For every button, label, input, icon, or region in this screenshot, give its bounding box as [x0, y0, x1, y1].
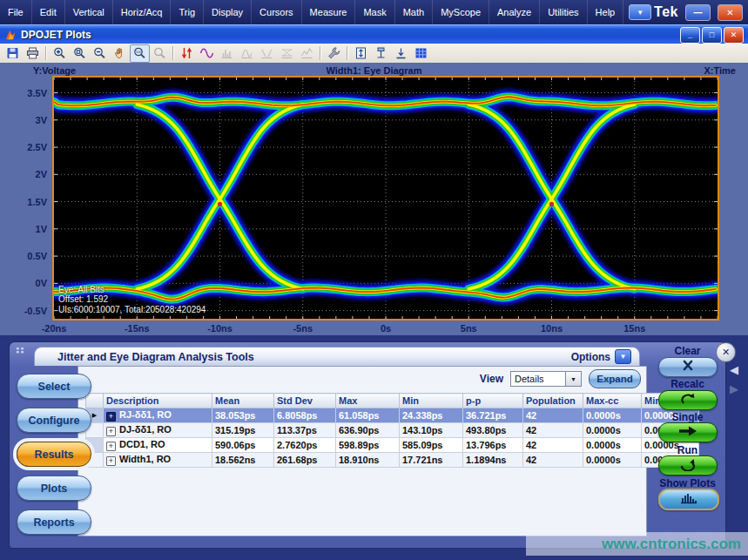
- description-text: Width1, RO: [119, 454, 171, 464]
- jitter-analysis-panel: ●●●● Jitter and Eye Diagram Analysis Too…: [9, 341, 726, 549]
- y-tick-label: 1.5V: [12, 197, 47, 207]
- chevron-down-icon: ▼: [637, 9, 644, 17]
- value-cell-population: 42: [523, 453, 583, 468]
- table-row[interactable]: +Width1, RO18.562ns261.68ps18.910ns17.72…: [86, 453, 699, 468]
- expand-plus-icon[interactable]: +: [106, 456, 116, 466]
- sine-wave-icon[interactable]: [197, 44, 217, 63]
- table-row[interactable]: +DJ-δδ1, RO315.19ps113.37ps636.90ps143.1…: [86, 423, 699, 438]
- column-header-min: Min: [400, 394, 463, 408]
- scope-menu-bar: FileEditVerticalHoriz/AcqTrigDisplayCurs…: [0, 0, 748, 24]
- panel-close-button[interactable]: ✕: [716, 342, 736, 362]
- menu-item-display[interactable]: Display: [204, 0, 252, 24]
- menu-item-horiz-acq[interactable]: Horiz/Acq: [113, 0, 172, 24]
- options-dropdown-button[interactable]: ▼: [615, 349, 631, 364]
- window-title: DPOJET Plots: [21, 29, 91, 41]
- print-icon[interactable]: [23, 44, 43, 63]
- menu-item-mask[interactable]: Mask: [355, 0, 394, 24]
- expand-plus-icon[interactable]: +: [106, 427, 116, 436]
- menu-item-trig[interactable]: Trig: [171, 0, 204, 24]
- column-header-max: Max: [336, 394, 400, 408]
- menu-item-help[interactable]: Help: [588, 0, 624, 24]
- menu-item-measure[interactable]: Measure: [302, 0, 356, 24]
- expand-plus-icon[interactable]: +: [106, 412, 116, 422]
- menu-dropdown-button[interactable]: ▼: [629, 4, 651, 20]
- value-cell-min: 24.338ps: [400, 408, 463, 423]
- plots-button[interactable]: Plots: [17, 476, 91, 501]
- view-combo-arrow-button[interactable]: ▼: [566, 371, 582, 387]
- zoom-box-icon[interactable]: [70, 44, 90, 63]
- value-cell-std-dev: 261.68ps: [274, 453, 336, 468]
- wrench-icon[interactable]: [324, 44, 344, 63]
- scope-close-button[interactable]: ✕: [718, 4, 743, 21]
- menu-item-utilities[interactable]: Utilities: [540, 0, 587, 24]
- run-button[interactable]: [658, 455, 718, 476]
- menu-item-math[interactable]: Math: [395, 0, 433, 24]
- histogram-plot-icon[interactable]: [217, 44, 237, 63]
- spectrum-plot-icon[interactable]: [237, 44, 257, 63]
- zoom-100-icon[interactable]: 100: [130, 44, 150, 63]
- waveform-updown-icon[interactable]: [177, 44, 197, 63]
- zoom-in-icon[interactable]: [50, 44, 70, 63]
- panel-collapse-left-arrow[interactable]: ◀: [730, 363, 738, 376]
- x-tick-label: 5ns: [461, 323, 477, 334]
- panel-drag-grip[interactable]: ●●●●: [16, 347, 24, 357]
- cursor-marker-icon[interactable]: [371, 44, 391, 63]
- watermark-band: www.cntronics.com: [526, 532, 748, 556]
- align-bottom-icon[interactable]: [391, 44, 411, 63]
- menu-item-analyze[interactable]: Analyze: [489, 0, 540, 24]
- value-cell-std-dev: 113.37ps: [274, 423, 336, 438]
- scope-minimize-button[interactable]: —: [685, 4, 711, 21]
- description-text: DCD1, RO: [119, 439, 165, 449]
- configure-button[interactable]: Configure: [17, 408, 91, 433]
- app-flame-icon: [4, 29, 17, 41]
- results-button[interactable]: Results: [17, 442, 91, 467]
- zoom-prev-icon[interactable]: [150, 44, 170, 63]
- menu-item-cursors[interactable]: Cursors: [252, 0, 302, 24]
- expand-button[interactable]: Expand: [589, 369, 641, 388]
- value-cell-p-p: 1.1894ns: [463, 453, 523, 468]
- value-cell-max: 61.058ps: [336, 408, 400, 423]
- x-tick-label: 15ns: [623, 323, 645, 334]
- panel-expand-right-arrow[interactable]: ▶: [730, 382, 738, 395]
- y-tick-label: 1V: [12, 224, 47, 234]
- results-table: DescriptionMeanStd DevMaxMinp-pPopulatio…: [85, 393, 699, 468]
- table-header-row: DescriptionMeanStd DevMaxMinp-pPopulatio…: [86, 394, 699, 408]
- vertical-scale-icon[interactable]: [351, 44, 371, 63]
- column-header-population: Population: [523, 394, 583, 408]
- eye-diagram-plot: [54, 78, 718, 319]
- single-button[interactable]: [658, 422, 718, 442]
- expand-plus-icon[interactable]: +: [106, 442, 116, 451]
- clear-button[interactable]: [658, 357, 718, 377]
- view-select[interactable]: Details: [510, 371, 566, 387]
- trend-plot-icon[interactable]: [297, 44, 317, 63]
- select-button[interactable]: Select: [17, 374, 91, 399]
- bathtub-plot-icon[interactable]: [257, 44, 277, 63]
- clear-x-icon: [677, 359, 699, 376]
- recalc-button[interactable]: [658, 390, 718, 410]
- eye-plot-icon[interactable]: [277, 44, 297, 63]
- grid-view-icon[interactable]: [411, 44, 431, 63]
- maximize-button[interactable]: □: [702, 27, 722, 44]
- save-icon[interactable]: [3, 44, 23, 63]
- y-tick-label: 2V: [12, 169, 47, 179]
- plot-region: Y:Voltage Width1: Eye Diagram X:Time Eye…: [0, 63, 748, 335]
- reports-button[interactable]: Reports: [17, 509, 91, 535]
- plot-title: Width1: Eye Diagram: [0, 65, 748, 76]
- menu-item-edit[interactable]: Edit: [32, 0, 65, 24]
- menu-item-vertical[interactable]: Vertical: [65, 0, 113, 24]
- close-button[interactable]: ✕: [724, 27, 744, 44]
- value-cell-std-dev: 6.8058ps: [274, 408, 336, 423]
- show-plots-button[interactable]: [658, 489, 719, 510]
- zoom-out-icon[interactable]: [90, 44, 110, 63]
- table-row[interactable]: +DCD1, RO590.06ps2.7620ps598.89ps585.09p…: [86, 438, 699, 453]
- minimize-button[interactable]: _: [680, 27, 700, 44]
- dpojet-plots-titlebar[interactable]: DPOJET Plots _ □ ✕: [0, 24, 748, 44]
- menu-item-file[interactable]: File: [0, 0, 32, 24]
- menu-item-myscope[interactable]: MyScope: [433, 0, 489, 24]
- pan-hand-icon[interactable]: [110, 44, 130, 63]
- plots-toolbar: 100: [0, 44, 748, 64]
- panel-action-buttons: ClearRecalcSingleRunShow Plots: [651, 342, 724, 548]
- table-row[interactable]: ▶+RJ-δδ1, RO38.053ps6.8058ps61.058ps24.3…: [86, 408, 699, 423]
- column-header-max-cc: Max-cc: [583, 394, 642, 408]
- single-arrow-icon: [677, 424, 699, 442]
